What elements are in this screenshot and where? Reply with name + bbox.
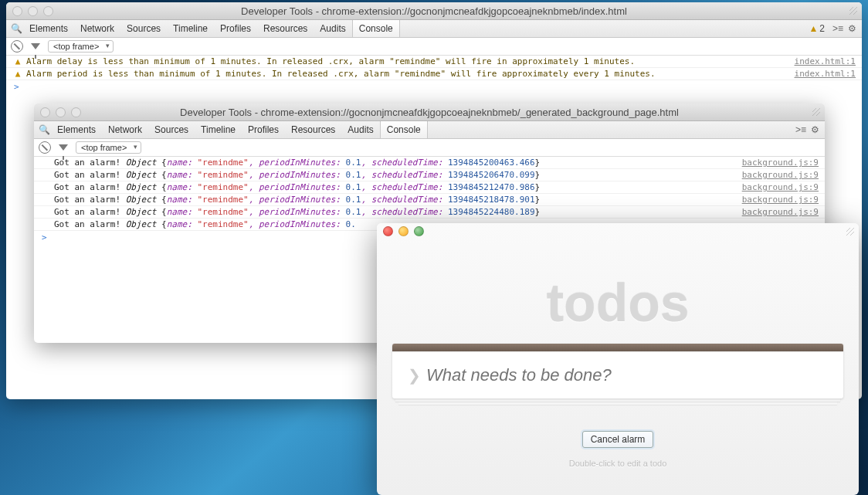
console-filterbar: <top frame> bbox=[6, 38, 862, 56]
todos-app-window: todos ❯ Cancel alarm Double-click to edi… bbox=[377, 223, 859, 495]
titlebar[interactable] bbox=[377, 223, 859, 239]
warning-count[interactable]: ▲2 bbox=[809, 23, 825, 34]
console-row: Got an alarm! Object {name: "remindme", … bbox=[34, 194, 825, 206]
source-link[interactable]: background.js:9 bbox=[742, 182, 819, 192]
tab-sources[interactable]: Sources bbox=[120, 20, 167, 37]
console-row: Got an alarm! Object {name: "remindme", … bbox=[34, 157, 825, 169]
devtools-tabs: 🔍 Elements Network Sources Timeline Prof… bbox=[34, 121, 825, 139]
warning-icon: ▲ bbox=[12, 56, 23, 66]
close-icon[interactable] bbox=[12, 6, 22, 16]
minimize-icon[interactable] bbox=[56, 107, 66, 117]
cancel-alarm-button[interactable]: Cancel alarm bbox=[582, 431, 654, 448]
tab-elements[interactable]: Elements bbox=[51, 121, 102, 138]
clear-console-icon[interactable] bbox=[39, 141, 51, 154]
source-link[interactable]: index.html:1 bbox=[795, 56, 856, 66]
tab-audits[interactable]: Audits bbox=[314, 20, 351, 37]
drawer-icon[interactable]: >≡ bbox=[831, 23, 845, 34]
inspect-icon[interactable]: 🔍 bbox=[37, 124, 51, 135]
console-message: Got an alarm! Object {name: "remindme", … bbox=[54, 195, 742, 205]
tab-profiles[interactable]: Profiles bbox=[242, 121, 285, 138]
frame-selector[interactable]: <top frame> bbox=[76, 141, 141, 154]
app-title: todos bbox=[377, 273, 859, 333]
resize-icon[interactable] bbox=[845, 226, 856, 239]
console-row: ▲ Alarm period is less than minimum of 1… bbox=[6, 68, 862, 80]
filter-icon[interactable] bbox=[31, 43, 40, 49]
console-row: ▲ Alarm delay is less than minimum of 1 … bbox=[6, 56, 862, 68]
edit-hint: Double-click to edit a todo bbox=[377, 459, 859, 468]
tab-audits[interactable]: Audits bbox=[341, 121, 379, 138]
minimize-icon[interactable] bbox=[398, 226, 409, 236]
console-message: Got an alarm! Object {name: "remindme", … bbox=[54, 182, 742, 192]
minimize-icon[interactable] bbox=[28, 6, 38, 16]
devtools-tabs: 🔍 Elements Network Sources Timeline Prof… bbox=[6, 20, 862, 38]
traffic-lights bbox=[34, 107, 81, 117]
tab-profiles[interactable]: Profiles bbox=[214, 20, 257, 37]
source-link[interactable]: background.js:9 bbox=[742, 207, 819, 217]
tab-timeline[interactable]: Timeline bbox=[167, 20, 214, 37]
console-row: Got an alarm! Object {name: "remindme", … bbox=[34, 169, 825, 181]
resize-icon[interactable] bbox=[811, 107, 822, 117]
maximize-icon[interactable] bbox=[43, 6, 53, 16]
tab-elements[interactable]: Elements bbox=[23, 20, 74, 37]
console-message: Got an alarm! Object {name: "remindme", … bbox=[54, 207, 742, 217]
drawer-icon[interactable]: >≡ bbox=[794, 124, 808, 135]
tab-sources[interactable]: Sources bbox=[148, 121, 195, 138]
inspect-icon[interactable]: 🔍 bbox=[9, 23, 23, 34]
tab-network[interactable]: Network bbox=[74, 20, 120, 37]
source-link[interactable]: background.js:9 bbox=[742, 195, 819, 205]
console-message: Got an alarm! Object {name: "remindme", … bbox=[54, 158, 742, 168]
new-todo-input[interactable] bbox=[425, 364, 832, 386]
filter-icon[interactable] bbox=[59, 144, 68, 151]
source-link[interactable]: index.html:1 bbox=[795, 69, 856, 79]
close-icon[interactable] bbox=[383, 226, 393, 236]
warning-icon: ▲ bbox=[12, 69, 23, 79]
toggle-all-icon[interactable]: ❯ bbox=[403, 366, 425, 385]
console-prompt[interactable]: > bbox=[6, 80, 862, 93]
close-icon[interactable] bbox=[40, 107, 50, 117]
console-row: Got an alarm! Object {name: "remindme", … bbox=[34, 206, 825, 219]
new-todo-row: ❯ bbox=[392, 351, 843, 398]
source-link[interactable]: background.js:9 bbox=[742, 158, 819, 168]
resize-icon[interactable] bbox=[848, 5, 859, 16]
clear-console-icon[interactable] bbox=[11, 40, 23, 53]
console-row: Got an alarm! Object {name: "remindme", … bbox=[34, 181, 825, 194]
settings-icon[interactable]: ⚙ bbox=[845, 23, 859, 34]
console-output: ▲ Alarm delay is less than minimum of 1 … bbox=[6, 56, 862, 93]
console-message: Alarm delay is less than minimum of 1 mi… bbox=[26, 56, 795, 66]
tab-resources[interactable]: Resources bbox=[257, 20, 314, 37]
card-header bbox=[392, 344, 843, 351]
window-title: Developer Tools - chrome-extension://goc… bbox=[34, 107, 825, 118]
source-link[interactable]: background.js:9 bbox=[742, 170, 819, 180]
todo-card: ❯ bbox=[392, 344, 843, 398]
tab-network[interactable]: Network bbox=[102, 121, 148, 138]
tab-console[interactable]: Console bbox=[352, 20, 400, 37]
tab-console[interactable]: Console bbox=[380, 121, 428, 138]
settings-icon[interactable]: ⚙ bbox=[808, 124, 822, 135]
window-title: Developer Tools - chrome-extension://goc… bbox=[6, 5, 862, 17]
tab-resources[interactable]: Resources bbox=[285, 121, 341, 138]
console-message: Alarm period is less than minimum of 1 m… bbox=[26, 69, 795, 79]
titlebar[interactable]: Developer Tools - chrome-extension://goc… bbox=[6, 2, 862, 20]
titlebar[interactable]: Developer Tools - chrome-extension://goc… bbox=[34, 103, 825, 121]
console-message: Got an alarm! Object {name: "remindme", … bbox=[54, 170, 742, 180]
console-filterbar: <top frame> bbox=[34, 139, 825, 157]
maximize-icon[interactable] bbox=[414, 226, 424, 236]
tab-timeline[interactable]: Timeline bbox=[195, 121, 242, 138]
traffic-lights bbox=[6, 6, 53, 16]
maximize-icon[interactable] bbox=[71, 107, 81, 117]
frame-selector[interactable]: <top frame> bbox=[48, 40, 114, 53]
